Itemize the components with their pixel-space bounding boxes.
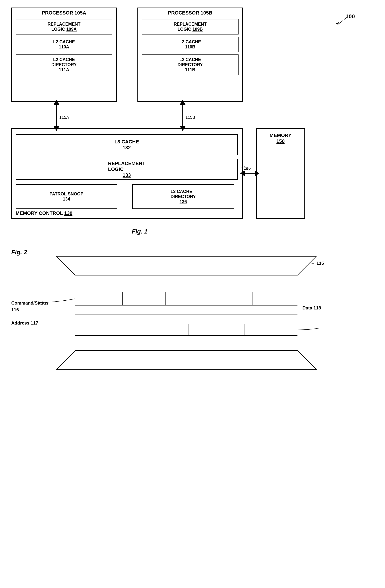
svg-text:← 115: ← 115 bbox=[311, 261, 324, 266]
memory-control-label: MEMORY CONTROL 130 bbox=[16, 210, 72, 216]
ref-100-area: 100 bbox=[332, 13, 355, 29]
address-label: Address 117 bbox=[11, 320, 38, 326]
memory-title: MEMORY150 bbox=[270, 132, 291, 144]
fig2-svg: ← 115 bbox=[19, 252, 358, 394]
processor-b-box: PROCESSOR 105B REPLACEMENTLOGIC 109B L2 … bbox=[137, 8, 243, 102]
l2-cache-dir-b-box: L2 CACHEDIRECTORY111B bbox=[142, 54, 239, 75]
processor-a-title: PROCESSOR 105A bbox=[12, 8, 116, 17]
l2-cache-dir-a-box: L2 CACHEDIRECTORY111A bbox=[16, 54, 112, 75]
patrol-snoop-box: PATROL SNOOP134 bbox=[16, 184, 117, 209]
ref-100-label: 100 bbox=[346, 13, 355, 20]
replacement-logic-b-box: REPLACEMENTLOGIC 109B bbox=[142, 19, 239, 35]
command-status-label: Command/Status 116 bbox=[11, 300, 48, 313]
fig2-label: Fig. 2 bbox=[11, 249, 27, 256]
svg-marker-15 bbox=[57, 256, 316, 275]
processor-b-title: PROCESSOR 105B bbox=[138, 8, 242, 17]
l2-cache-a-box: L2 CACHE110A bbox=[16, 37, 112, 52]
processor-a-box: PROCESSOR 105A REPLACEMENTLOGIC 109A L2 … bbox=[11, 8, 117, 102]
svg-text:116: 116 bbox=[244, 166, 251, 170]
memory-box: MEMORY150 bbox=[256, 128, 305, 219]
svg-text:115A: 115A bbox=[59, 115, 69, 120]
l3-cache-dir-box: L3 CACHEDIRECTORY136 bbox=[132, 184, 234, 209]
replacement-logic-a-box: REPLACEMENTLOGIC 109A bbox=[16, 19, 112, 35]
data-label: Data 118 bbox=[302, 305, 321, 311]
l2-cache-b-box: L2 CACHE110B bbox=[142, 37, 239, 52]
memory-control-box: L3 CACHE132 REPLACEMENTLOGIC 133 PATROL … bbox=[11, 128, 243, 219]
l3-cache-box: L3 CACHE132 bbox=[16, 134, 238, 155]
replacement-logic-133-box: REPLACEMENTLOGIC 133 bbox=[16, 159, 238, 180]
diagram-container: 100 PROCESSOR 105A REPLACEMENTLOGIC 109A… bbox=[0, 0, 385, 588]
svg-text:115B: 115B bbox=[185, 115, 195, 120]
svg-marker-16 bbox=[57, 351, 316, 369]
fig1-label: Fig. 1 bbox=[132, 228, 148, 235]
